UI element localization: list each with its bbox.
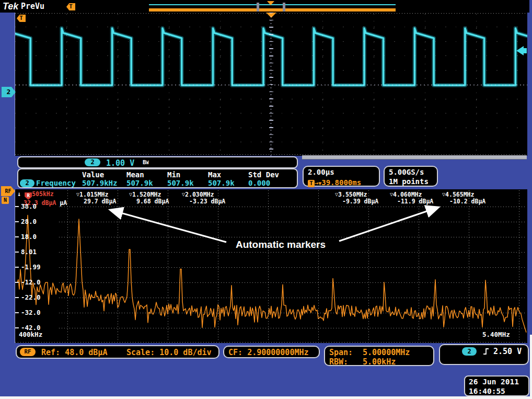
column-header-value: Value — [82, 170, 126, 179]
annotation-arrows — [15, 189, 527, 343]
acquisition-box[interactable]: 5.00GS/s 1M points — [384, 166, 438, 187]
trigger-level-arrow-icon[interactable] — [516, 46, 524, 55]
horizontal-scale: 2.00µs — [308, 168, 334, 176]
trigger-delay: 39.8000ms — [321, 178, 361, 187]
column-header-stddev: Std Dev — [248, 170, 297, 179]
span-rbw-box[interactable]: Span: 5.00000MHz RBW: 5.00kHz — [324, 346, 434, 366]
amplitude-axis-label: -32.0 — [21, 309, 41, 316]
rf-ref-value: 48.0 dBµA — [65, 348, 107, 357]
rising-edge-icon — [482, 347, 490, 356]
page-edge-right — [530, 335, 532, 396]
amplitude-axis-label: 38.0 — [21, 202, 37, 210]
column-header-max: Max — [208, 170, 248, 179]
time-domain-graticule: T — [15, 13, 527, 156]
measurement-channel-badge: 2 — [20, 179, 34, 187]
top-status-bar: Tek PreVu T — [0, 0, 529, 14]
zoom-window-bar[interactable] — [149, 8, 396, 12]
rf-scale-label: Scale: — [126, 348, 155, 357]
rbw-value: 5.00kHz — [363, 357, 396, 367]
rf-readout-box[interactable]: RF Ref: 48.0 dBµA Scale: 10.0 dB/div — [16, 345, 219, 359]
rf-spectrum-graticule: ↓ R505kHz 32.3 dBµA µA ▽1.015MHz 29.7 dB… — [15, 189, 527, 343]
span-label: Span: — [329, 348, 353, 357]
measurement-min: 507.9k — [167, 179, 208, 187]
rf-trace-badge[interactable]: RF — [1, 186, 15, 196]
rf-scale-value: 10.0 dB/div — [159, 348, 211, 357]
column-header-min: Min — [167, 170, 208, 179]
trigger-level-value: 2.50 V — [493, 347, 522, 356]
measurement-row: Frequency 507.9kHz 507.9k 507.9k 507.9k … — [18, 179, 297, 187]
annotation-text: Automatic markers — [223, 239, 338, 250]
zoom-bracket-right[interactable] — [283, 3, 285, 12]
date-label: 26 Jun 2011 — [469, 378, 519, 386]
datetime-box: 26 Jun 2011 16:40:55 — [464, 375, 529, 396]
measurement-std: 0.000 — [248, 179, 297, 187]
channel-2-badge: 2 — [85, 158, 100, 166]
amplitude-axis-label: 28.0 — [21, 218, 37, 225]
rf-ref-label: Ref: — [41, 348, 60, 357]
span-value: 5.00000MHz — [363, 348, 410, 357]
channel-2-position-badge[interactable]: 2 — [2, 87, 16, 97]
channel-readout-box[interactable]: 2 1.00 V BW — [17, 156, 298, 168]
time-label: 16:40:55 — [469, 387, 505, 395]
column-header-mean: Mean — [126, 170, 167, 179]
amplitude-axis-label: -22.0 — [21, 293, 41, 301]
rbw-label: RBW: — [329, 357, 348, 367]
cf-value: 2.90000000MHz — [247, 348, 308, 357]
measurement-mean: 507.9k — [126, 179, 167, 187]
trigger-position-mini-icon — [267, 1, 274, 5]
horizontal-settings-box[interactable]: 2.00µs T→▼39.8000ms — [303, 166, 380, 187]
channel-2-scale: 1.00 V — [106, 158, 134, 168]
measurement-table[interactable]: Value Mean Min Max Std Dev Frequency 507… — [17, 168, 298, 188]
record-length: 1M points — [389, 177, 429, 186]
trigger-level-arrow-tail — [524, 48, 527, 53]
oscilloscope-screen: Tek PreVu T T 2 2 1.00 V BW V — [0, 0, 532, 399]
rf-badge: RF — [20, 348, 36, 356]
amplitude-axis-label: 18.0 — [21, 233, 37, 241]
amplitude-axis-label: -1.99 — [21, 263, 41, 271]
zoom-bracket-left[interactable] — [257, 3, 259, 12]
trigger-t-icon: T — [308, 180, 315, 187]
amplitude-axis-label: -42.0 — [21, 324, 41, 332]
trigger-indicator-icon: T — [66, 3, 75, 10]
cf-label: CF: — [228, 348, 242, 357]
amplitude-axis-label: -12.0 — [21, 278, 41, 286]
rf-normal-trace-badge[interactable]: N — [2, 197, 9, 204]
sample-rate: 5.00GS/s — [389, 168, 424, 176]
tek-logo: Tek — [3, 1, 18, 12]
trigger-channel-badge: 2 — [462, 347, 477, 356]
center-frequency-box[interactable]: CF: 2.90000000MHz — [223, 346, 320, 358]
page-edge-bottom — [0, 396, 532, 399]
measurement-value: 507.9kHz — [82, 179, 126, 187]
acquisition-mode-label: PreVu — [21, 2, 44, 11]
bandwidth-icon: BW — [143, 159, 148, 166]
separator-bar — [302, 155, 527, 159]
trigger-readout-box[interactable]: 2 2.50 V — [439, 344, 529, 365]
amplitude-axis-label: 8.01 — [21, 248, 37, 256]
measurement-max: 507.9k — [208, 179, 248, 187]
